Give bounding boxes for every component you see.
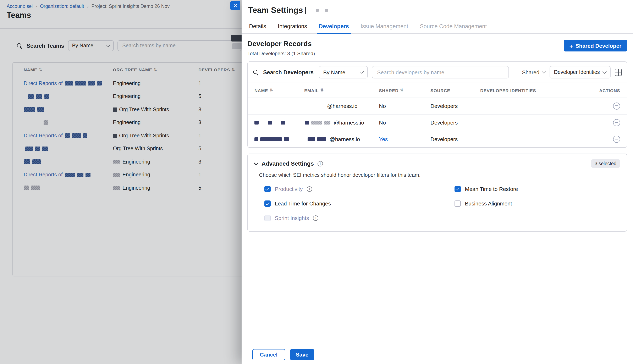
remove-developer-icon[interactable] — [613, 136, 620, 143]
source-cell: Developers — [430, 136, 480, 142]
column-header-label: ACTIONS — [599, 88, 620, 93]
metric-checkbox-lead-time-for-changes[interactable] — [264, 200, 271, 207]
developer-email-cell: @harness.io — [304, 136, 379, 142]
redaction-block — [281, 121, 285, 124]
metric-label: Mean Time to Restore — [465, 186, 518, 192]
chevron-down-icon — [602, 70, 607, 74]
redaction-block — [260, 138, 282, 141]
tab-details[interactable]: Details — [243, 20, 272, 33]
remove-developer-icon[interactable] — [613, 119, 620, 126]
email-text: @harness.io — [330, 136, 360, 142]
sort-icon[interactable]: ⇅ — [270, 88, 273, 92]
column-header-name: NAME⇅ — [254, 88, 304, 93]
advanced-settings-card: Advanced Settings i 3 selected Choose wh… — [248, 154, 627, 232]
column-selector-icon[interactable] — [615, 69, 622, 76]
selected-count-badge: 3 selected — [591, 160, 620, 168]
add-shared-developer-button[interactable]: + Shared Developer — [564, 40, 627, 52]
redaction-block — [308, 138, 315, 141]
info-icon: i — [307, 186, 312, 192]
metric-checkbox-productivity[interactable] — [264, 186, 271, 192]
tab-integrations[interactable]: Integrations — [272, 20, 313, 33]
column-header-actions: ACTIONS — [591, 88, 620, 93]
developer-name-cell — [254, 121, 304, 124]
developers-card: Search Developers By Name Shared Develop… — [248, 62, 627, 148]
developer-row: @harness.ioYesDevelopers — [248, 131, 627, 147]
developer-row: @harness.ioNoDevelopers — [248, 114, 627, 131]
metric-mean-time-to-restore: Mean Time to Restore — [454, 186, 620, 192]
column-header-source: SOURCE — [430, 88, 480, 93]
close-button[interactable]: ✕ — [230, 1, 240, 10]
developers-sort-select[interactable]: By Name — [318, 66, 368, 78]
info-icon: i — [313, 216, 318, 221]
source-cell: Developers — [430, 103, 480, 109]
column-header-label: EMAIL — [304, 88, 319, 93]
add-shared-developer-label: Shared Developer — [576, 42, 622, 49]
redaction-block — [325, 9, 328, 12]
redaction-block — [284, 138, 289, 141]
developers-toolbar: Search Developers By Name Shared Develop… — [248, 62, 627, 82]
actions-cell — [591, 136, 620, 143]
metric-label: Productivity — [275, 186, 302, 192]
metric-sprint-insights: Sprint Insightsi — [264, 215, 454, 221]
drawer-header: Team Settings — [242, 0, 633, 15]
redaction-block — [268, 121, 272, 124]
redaction-block — [317, 138, 326, 141]
remove-developer-icon[interactable] — [613, 102, 620, 110]
developers-table-body: @harness.ioNoDevelopers@harness.ioNoDeve… — [248, 98, 627, 147]
advanced-settings-title: Advanced Settings — [262, 160, 314, 167]
advanced-settings-description: Choose which SEI metrics should honor de… — [259, 172, 620, 178]
metric-business-alignment: Business Alignment — [454, 200, 620, 207]
actions-cell — [591, 102, 620, 110]
metric-productivity: Productivityi — [264, 186, 454, 192]
redaction-block — [305, 121, 309, 124]
screen: Account: sei›Organization: default›Proje… — [0, 0, 633, 364]
column-header-label: DEVELOPER IDENTITIES — [480, 88, 536, 93]
developers-search-input[interactable] — [372, 66, 509, 78]
shared-filter-label: Shared — [522, 69, 540, 75]
drawer-tabs: DetailsIntegrationsDevelopersIssue Manag… — [242, 20, 633, 34]
metric-label: Lead Time for Changes — [275, 200, 331, 207]
metric-checkbox-sprint-insights — [264, 215, 271, 221]
metric-checkbox-mean-time-to-restore[interactable] — [454, 186, 461, 192]
metric-label: Sprint Insights — [275, 215, 309, 221]
email-text: @harness.io — [334, 120, 364, 126]
plus-icon: + — [569, 42, 573, 49]
metric-label: Business Alignment — [465, 200, 512, 207]
drawer-title: Team Settings — [248, 6, 303, 15]
actions-cell — [591, 119, 620, 126]
developers-table-header: NAME⇅EMAIL⇅SHARED⇅SOURCEDEVELOPER IDENTI… — [248, 82, 627, 98]
chevron-down-icon — [542, 70, 546, 74]
team-settings-drawer: ✕ Team Settings DetailsIntegrationsDevel… — [242, 0, 633, 364]
shared-filter-select[interactable]: Shared — [522, 69, 545, 75]
save-button[interactable]: Save — [290, 349, 314, 360]
column-header-label: SOURCE — [430, 88, 450, 93]
developer-identities-label: Developer Identities — [554, 69, 600, 75]
advanced-settings-header[interactable]: Advanced Settings i 3 selected — [254, 160, 620, 168]
shared-cell: Yes — [379, 136, 430, 142]
search-icon — [253, 69, 259, 75]
developer-email-cell: @harness.io — [304, 120, 379, 126]
tab-developers[interactable]: Developers — [313, 20, 355, 33]
column-header-shared: SHARED⇅ — [379, 88, 430, 93]
sort-icon[interactable]: ⇅ — [400, 88, 404, 92]
column-header-label: NAME — [254, 88, 268, 93]
developer-identities-select[interactable]: Developer Identities — [549, 66, 610, 78]
close-icon: ✕ — [233, 3, 238, 8]
redaction-block — [311, 121, 322, 124]
developer-records-header: Developer Records Total Developers: 3 (1… — [248, 40, 627, 56]
chevron-down-icon — [360, 70, 364, 74]
tab-issue-management: Issue Management — [355, 20, 414, 33]
metrics-checkbox-grid: ProductivityiMean Time to RestoreLead Ti… — [264, 186, 620, 221]
redaction-block — [254, 138, 258, 141]
sort-icon[interactable]: ⇅ — [320, 88, 324, 92]
metric-checkbox-business-alignment[interactable] — [454, 200, 461, 207]
cancel-button[interactable]: Cancel — [252, 349, 285, 360]
search-developers-label: Search Developers — [263, 69, 314, 75]
column-header-label: SHARED — [379, 88, 398, 93]
developer-email-cell: @harness.io — [304, 103, 379, 109]
drawer-body: Developer Records Total Developers: 3 (1… — [242, 40, 633, 232]
column-header-email: EMAIL⇅ — [304, 88, 379, 93]
shared-cell: No — [379, 120, 430, 126]
metric-lead-time-for-changes: Lead Time for Changes — [264, 200, 454, 207]
developer-records-title: Developer Records — [248, 40, 315, 48]
